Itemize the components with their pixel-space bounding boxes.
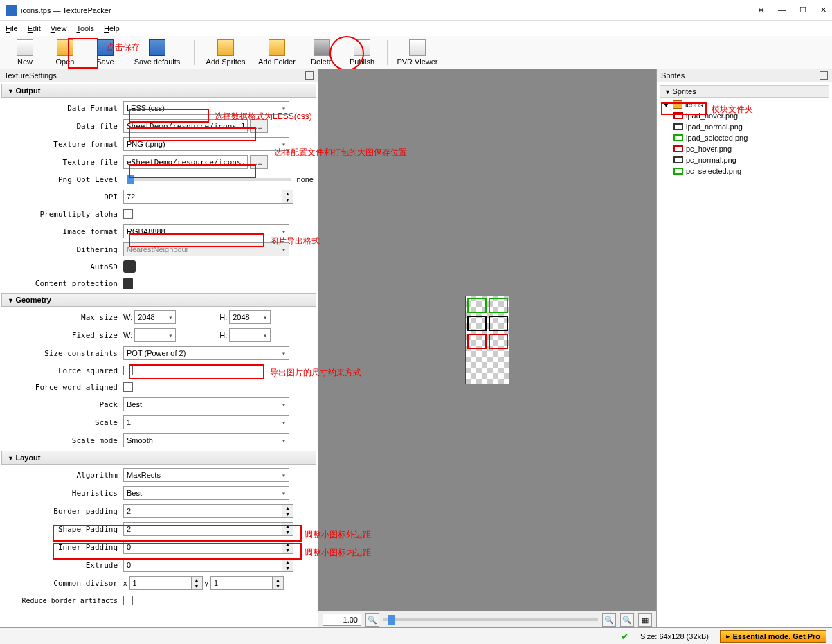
undock-icon[interactable]	[820, 71, 828, 80]
png-icon	[673, 156, 683, 163]
save-button[interactable]: Save	[86, 38, 125, 67]
scale-mode-label: Scale mode	[4, 436, 123, 445]
border-pad-spinner[interactable]: ▲▼	[282, 504, 293, 518]
section-output[interactable]: Output	[1, 84, 316, 98]
fixed-h-combo[interactable]	[229, 328, 271, 342]
undock-icon[interactable]	[305, 71, 314, 80]
force-wa-checkbox[interactable]	[123, 382, 133, 392]
max-w-combo[interactable]: 2048	[134, 310, 176, 324]
menu-file[interactable]: File	[6, 24, 18, 33]
zoom-out-icon[interactable]: 🔍	[365, 613, 379, 627]
section-geometry[interactable]: Geometry	[1, 293, 316, 307]
zoom-fit-icon[interactable]: 🔍	[620, 613, 634, 627]
common-x-input[interactable]	[129, 576, 192, 590]
premul-label: Premultiply alpha	[4, 210, 123, 219]
shape-pad-input[interactable]	[123, 522, 282, 536]
new-icon	[17, 39, 33, 56]
folder-icon	[673, 100, 682, 109]
force-sq-checkbox[interactable]	[123, 366, 133, 375]
scale-mode-combo[interactable]: Smooth	[123, 433, 289, 447]
texture-file-browse[interactable]: ...	[250, 155, 268, 169]
max-h-combo[interactable]: 2048	[229, 310, 271, 324]
new-button[interactable]: New	[6, 38, 44, 67]
add-folder-button[interactable]: Add Folder	[253, 38, 301, 67]
tree-item[interactable]: pc_selected.png	[660, 166, 829, 177]
border-pad-input[interactable]	[123, 504, 282, 518]
inner-pad-spinner[interactable]: ▲▼	[282, 540, 293, 554]
sprites-panel: Sprites Sprites ▼ icons ipad_hover.png i…	[656, 69, 832, 627]
max-size-label: Max size	[4, 313, 123, 322]
fixed-w-combo[interactable]	[134, 328, 176, 342]
heur-combo[interactable]: Best	[123, 486, 289, 500]
img-fmt-combo[interactable]: RGBA8888	[123, 224, 289, 238]
reduce-checkbox[interactable]	[123, 596, 133, 605]
texture-file-input[interactable]	[123, 155, 248, 169]
shape-pad-spinner[interactable]: ▲▼	[282, 522, 293, 536]
menu-edit[interactable]: Edit	[28, 24, 41, 33]
menu-view[interactable]: View	[51, 24, 67, 33]
png-icon	[673, 134, 683, 141]
inner-pad-input[interactable]	[123, 540, 282, 554]
sprites-panel-title: Sprites	[657, 69, 832, 82]
pvr-viewer-icon	[409, 39, 426, 56]
open-icon	[57, 39, 73, 56]
texture-file-label: Texture file	[4, 158, 123, 167]
minimize-button[interactable]: —	[778, 6, 786, 15]
menubar: File Edit View Tools Help	[0, 21, 832, 36]
heur-label: Heuristics	[4, 489, 123, 498]
maximize-button[interactable]: ☐	[799, 6, 806, 15]
dpi-input[interactable]	[123, 190, 282, 204]
reduce-label: Reduce border artifacts	[4, 597, 123, 605]
app-icon	[6, 5, 17, 16]
dpi-spinner[interactable]: ▲▼	[282, 190, 293, 204]
png-opt-label: Png Opt Level	[4, 175, 123, 184]
zoom-grid-icon[interactable]: ▦	[638, 613, 652, 627]
data-format-combo[interactable]: LESS (css)	[123, 101, 289, 115]
texture-format-combo[interactable]: PNG (.png)	[123, 137, 289, 151]
common-y-input[interactable]	[210, 576, 273, 590]
data-file-browse[interactable]: ...	[250, 119, 268, 133]
premul-checkbox[interactable]	[123, 209, 133, 219]
tree-item[interactable]: pc_hover.png	[660, 143, 829, 154]
restore-arrows: ⇔	[758, 6, 764, 15]
extrude-spinner[interactable]: ▲▼	[282, 558, 293, 572]
delete-button[interactable]: Delete	[302, 38, 341, 67]
lock-icon[interactable]	[123, 278, 133, 289]
add-sprites-icon	[217, 39, 234, 56]
shape-pad-label: Shape Padding	[4, 525, 123, 534]
canvas[interactable]	[318, 69, 656, 611]
publish-button[interactable]: Publish	[343, 38, 381, 67]
save-defaults-icon	[149, 39, 165, 56]
pack-combo[interactable]: Best	[123, 397, 289, 411]
save-defaults-button[interactable]: Save defaults	[126, 38, 188, 67]
zoom-input[interactable]	[323, 614, 361, 626]
sprites-tree: Sprites ▼ icons ipad_hover.png ipad_norm…	[657, 82, 832, 627]
size-constr-combo[interactable]: POT (Power of 2)	[123, 346, 289, 360]
open-button[interactable]: Open	[46, 38, 84, 67]
menu-help[interactable]: Help	[104, 24, 120, 33]
algo-combo[interactable]: MaxRects	[123, 468, 289, 482]
zoom-in-icon[interactable]: 🔍	[602, 613, 616, 627]
data-file-input[interactable]	[123, 119, 248, 133]
tree-item[interactable]: pc_normal.png	[660, 154, 829, 166]
section-layout[interactable]: Layout	[1, 451, 316, 465]
zoom-slider[interactable]	[383, 618, 598, 621]
tree-item[interactable]: ipad_hover.png	[660, 110, 829, 121]
tree-item[interactable]: ipad_normal.png	[660, 121, 829, 132]
autosd-gear-icon[interactable]	[123, 260, 136, 273]
save-icon	[97, 39, 114, 56]
scale-combo[interactable]: 1	[123, 415, 289, 429]
sprites-tree-header[interactable]: Sprites	[660, 85, 829, 98]
get-pro-button[interactable]: Essential mode. Get Pro	[720, 630, 826, 643]
png-opt-slider[interactable]	[127, 178, 291, 181]
close-button[interactable]: ✕	[820, 6, 826, 15]
menu-tools[interactable]: Tools	[76, 24, 94, 33]
tree-item[interactable]: ipad_selected.png	[660, 132, 829, 143]
algo-label: Algorithm	[4, 471, 123, 480]
add-sprites-button[interactable]: Add Sprites	[200, 38, 251, 67]
titlebar: icons.tps — TexturePacker ⇔ — ☐ ✕	[0, 0, 832, 21]
extrude-label: Extrude	[4, 561, 123, 570]
extrude-input[interactable]	[123, 558, 282, 572]
pvr-viewer-button[interactable]: PVR Viewer	[393, 38, 442, 67]
tree-folder-icons[interactable]: ▼ icons	[660, 99, 829, 110]
